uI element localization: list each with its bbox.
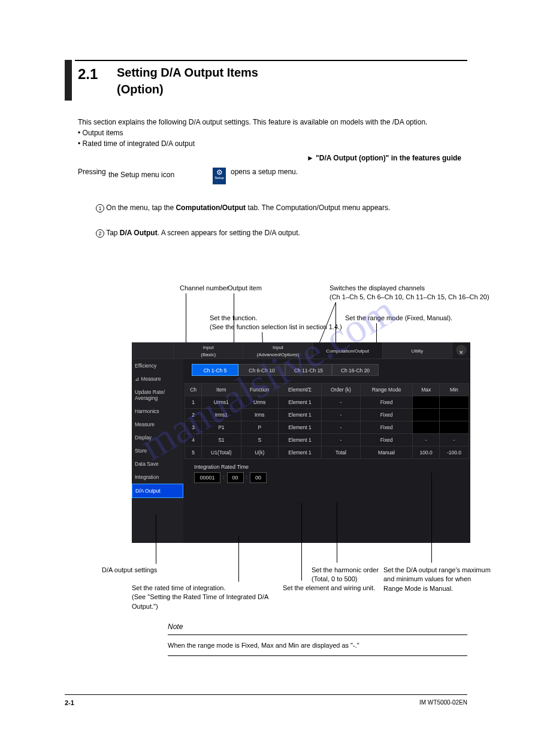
note-header: Note <box>168 623 183 631</box>
leader-line <box>238 536 239 582</box>
leader-line <box>234 293 234 341</box>
section-number: 2.1 <box>78 66 98 83</box>
channel-tabs: Ch 1-Ch 5 Ch 6-Ch 10 Ch 11-Ch 15 Ch 16-C… <box>192 364 469 376</box>
int-seconds-input[interactable]: 00 <box>250 472 267 483</box>
step-2-text-c: . A screen appears for setting the D/A o… <box>158 229 300 237</box>
note-rule-bottom <box>168 655 467 656</box>
th-ch: Ch <box>185 384 202 396</box>
screenshot-tabs: Input(Basic) Input(Advanced/Options) Com… <box>132 342 470 359</box>
annot-harmonic-order: Set the harmonic order (Total, 0 to 500) <box>312 566 389 584</box>
output-table: Ch Item Function Element/Σ Order (k) Ran… <box>185 383 469 459</box>
leader-line <box>301 503 302 581</box>
integration-time-inputs: 00001 : 00 : 00 <box>194 472 469 483</box>
pressing-suffix: opens a setup menu. <box>231 168 298 176</box>
section-title-line2: (Option) <box>117 83 164 96</box>
th-order: Order (k) <box>322 384 361 396</box>
annot-output-item: Output item <box>228 284 262 292</box>
step-1-number: 1 <box>96 204 104 212</box>
chtab-1-5[interactable]: Ch 1-Ch 5 <box>192 364 238 376</box>
annot-element-wiring: Set the element and wiring unit. <box>283 584 397 593</box>
leader-line <box>156 515 156 564</box>
table-header-row: Ch Item Function Element/Σ Order (k) Ran… <box>185 384 469 396</box>
step-1-text-b: Computation/Output <box>176 204 246 212</box>
annot-channel-number: Channel number <box>180 284 228 292</box>
integration-rated-time-label: Integration Rated Time <box>194 464 469 470</box>
gear-icon: ⚙ <box>213 168 226 176</box>
th-element: Element/Σ <box>278 384 321 396</box>
setup-icon: ⚙ Setup <box>213 168 226 184</box>
tab-input-basic[interactable]: Input(Basic) <box>174 342 243 359</box>
note-body: When the range mode is Fixed, Max and Mi… <box>168 640 467 651</box>
step-2: 2 Tap D/A Output. A screen appears for s… <box>96 227 467 239</box>
annot-range-mode: Set the range mode (Fixed, Manual). <box>345 314 452 321</box>
intro-text: This section explains the following D/A … <box>78 117 461 163</box>
annot-switch-channels: Switches the displayed channels <box>330 284 425 292</box>
tab-computation-output[interactable]: Computation/Output <box>313 342 383 359</box>
chtab-16-20[interactable]: Ch 16-Ch 20 <box>332 364 379 376</box>
annot-switch-channels-detail: (Ch 1–Ch 5, Ch 6–Ch 10, Ch 11–Ch 15, Ch … <box>330 293 489 300</box>
annot-rated-time: Set the rated time of integration. (See … <box>132 584 276 611</box>
sidebar-item-display[interactable]: Display <box>132 431 183 444</box>
note-rule-top <box>168 634 467 635</box>
table-row[interactable]: 5U1(Total)U(k)Element 1TotalManual100.0-… <box>185 447 469 459</box>
step-1-text-a: On the menu, tap the <box>106 204 176 212</box>
th-min: Min <box>439 384 468 396</box>
pressing-prefix: Pressing <box>78 168 106 176</box>
footer-rule <box>65 694 467 695</box>
step-2-text-b: D/A Output <box>120 229 158 237</box>
step-1-text-c: tab. The Computation/Output menu appears… <box>246 204 390 212</box>
sidebar-item-store[interactable]: Store <box>132 444 183 457</box>
table-row[interactable]: 1Urms1UrmsElement 1-Fixed <box>185 396 469 409</box>
sidebar-item-update-rate[interactable]: Update Rate/ Averaging <box>132 385 183 405</box>
sidebar-item-efficiency[interactable]: Efficiency <box>132 359 183 372</box>
features-guide-link: ► "D/A Output (option)" in the features … <box>78 153 461 163</box>
section-title-line1: Setting D/A Output Items <box>117 66 258 80</box>
step-1: 1 On the menu, tap the Computation/Outpu… <box>96 202 467 214</box>
time-separator: : <box>246 472 248 483</box>
pressing-prefix2: the Setup menu icon <box>108 171 174 179</box>
table-row[interactable]: 3P1PElement 1-Fixed <box>185 421 469 434</box>
tab-input-advanced[interactable]: Input(Advanced/Options) <box>243 342 313 359</box>
th-function: Function <box>241 384 278 396</box>
int-hours-input[interactable]: 00001 <box>194 472 220 483</box>
setup-icon-label: Setup <box>213 176 226 180</box>
bullet-2: Rated time of integrated D/A output <box>83 139 195 148</box>
th-max: Max <box>413 384 440 396</box>
leader-line <box>431 473 432 563</box>
close-icon[interactable]: ✕ <box>456 345 467 356</box>
step-2-number: 2 <box>96 229 104 238</box>
table-row[interactable]: 2Irms1IrmsElement 1-Fixed <box>185 409 469 421</box>
intro-sentence: This section explains the following D/A … <box>78 118 427 126</box>
table-row[interactable]: 4S1SElement 1-Fixed-- <box>185 434 469 447</box>
tab-utility[interactable]: Utility <box>383 342 452 359</box>
annot-range-max-min: Set the D/A output range's maximum and m… <box>383 566 491 593</box>
sidebar-item-da-output[interactable]: D/A Output <box>132 484 183 498</box>
bullet-1: Output items <box>83 129 123 137</box>
chtab-11-15[interactable]: Ch 11-Ch 15 <box>285 364 332 376</box>
screenshot-main: Ch 1-Ch 5 Ch 6-Ch 10 Ch 11-Ch 15 Ch 16-C… <box>183 359 470 543</box>
sidebar-item-measure[interactable]: Measure <box>132 418 183 431</box>
annot-da-output-settings: D/A output settings <box>102 566 210 575</box>
footer-page-number: 2-1 <box>65 699 74 706</box>
int-minutes-input[interactable]: 00 <box>227 472 244 483</box>
sidebar-item-delta-measure[interactable]: ⊿ Measure <box>132 372 183 385</box>
sidebar-item-harmonics[interactable]: Harmonics <box>132 405 183 418</box>
sidebar-item-integration[interactable]: Integration <box>132 470 183 484</box>
step-2-text-a: Tap <box>106 229 120 237</box>
section-bar <box>65 60 72 101</box>
tab-empty[interactable] <box>132 342 174 359</box>
footer-doc-id: IM WT5000-02EN <box>419 699 467 706</box>
leader-line <box>337 503 337 563</box>
time-separator: : <box>223 472 225 483</box>
screenshot-sidebar: Efficiency ⊿ Measure Update Rate/ Averag… <box>132 359 183 543</box>
th-range-mode: Range Mode <box>360 384 413 396</box>
header-rule <box>75 60 467 61</box>
chtab-6-10[interactable]: Ch 6-Ch 10 <box>238 364 285 376</box>
annot-set-function-detail: (See the function selection list in sect… <box>210 323 342 330</box>
sidebar-item-data-save[interactable]: Data Save <box>132 457 183 470</box>
th-item: Item <box>202 384 241 396</box>
